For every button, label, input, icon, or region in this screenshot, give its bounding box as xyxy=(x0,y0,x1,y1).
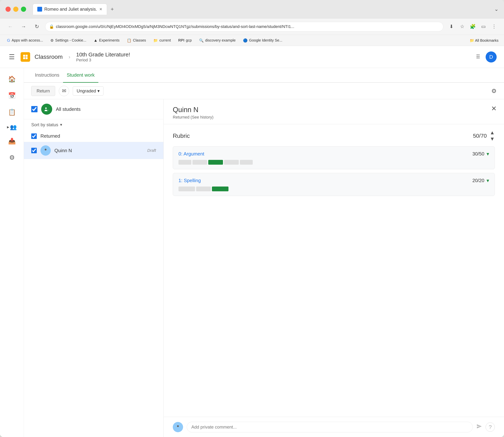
expand-icon: ▶ xyxy=(7,125,9,129)
sidebar-work-button[interactable]: 📋 xyxy=(5,105,19,119)
bookmarks-bar: G Apps with access... ⚙ Settings - Cooki… xyxy=(0,35,504,46)
bookmark-apps[interactable]: G Apps with access... xyxy=(6,37,44,44)
bookmark-settings-icon: ⚙ xyxy=(50,38,54,43)
dropdown-arrow-icon: ▾ xyxy=(97,88,100,94)
comment-user-avatar xyxy=(173,422,183,432)
bookmark-current-icon: 📁 xyxy=(153,38,158,43)
grid-menu-button[interactable]: ⠿ xyxy=(474,52,482,62)
close-window-btn[interactable] xyxy=(6,7,11,12)
course-period: Period 3 xyxy=(76,58,130,62)
rubric-total-score: 50/70 xyxy=(473,133,487,139)
email-button[interactable]: ✉ xyxy=(59,86,69,96)
bar-seg-0-1[interactable] xyxy=(192,160,207,165)
select-all-checkbox[interactable] xyxy=(31,106,38,112)
comment-input[interactable] xyxy=(187,422,473,432)
bookmark-google-identity-label: Google Identity Se... xyxy=(249,38,282,42)
rubric-criterion-1: 1: Spelling 20/20 ▾ xyxy=(173,173,495,196)
comment-area: ? xyxy=(164,417,504,437)
download-btn[interactable]: ⬇ xyxy=(447,22,456,31)
bookmark-discovery[interactable]: 🔍 discovery example xyxy=(198,38,237,43)
student-name-quinn: Quinn N xyxy=(54,148,143,153)
bookmark-gcp[interactable]: RPI gcp xyxy=(177,38,193,43)
criterion-0-bar xyxy=(179,160,489,165)
criterion-1-controls: 20/20 ▾ xyxy=(472,178,489,184)
traffic-lights xyxy=(6,7,26,12)
people-icon: 👥 xyxy=(10,124,17,130)
sort-dropdown-arrow[interactable]: ▾ xyxy=(60,122,62,127)
toolbar-actions: ⬇ ☆ 🧩 ▭ ⋮ xyxy=(447,22,498,31)
bar-seg-0-2[interactable] xyxy=(208,160,223,165)
criterion-1-expand-button[interactable]: ▾ xyxy=(486,178,489,184)
bookmark-settings-label: Settings - Cookie... xyxy=(55,38,86,42)
app-header: ☰ Classroom › 10th Grade Literature! Per… xyxy=(0,46,504,68)
bookmark-btn[interactable]: ☆ xyxy=(458,22,466,31)
settings-button[interactable]: ⚙ xyxy=(491,88,497,94)
returned-section-label: Returned xyxy=(40,133,60,139)
svg-point-6 xyxy=(177,425,179,427)
user-avatar[interactable]: D xyxy=(486,51,497,62)
minimize-window-btn[interactable] xyxy=(13,7,18,12)
criterion-1-bar xyxy=(179,187,489,191)
breadcrumb-separator: › xyxy=(69,54,70,60)
sidebar-people-expand[interactable]: ▶ 👥 xyxy=(6,122,18,132)
bookmark-experiments[interactable]: ▲ Experiments xyxy=(92,37,121,44)
new-tab-button[interactable]: + xyxy=(107,6,118,12)
sidebar-settings-button[interactable]: ⚙ xyxy=(5,150,19,165)
bookmark-google-identity-icon: 🔵 xyxy=(243,38,248,43)
browser-title-bar: Romeo and Juliet analysis. ✕ + ⌄ xyxy=(0,0,504,18)
svg-rect-2 xyxy=(23,57,25,59)
forward-button[interactable]: → xyxy=(19,22,28,31)
bookmark-classes[interactable]: 📋 Classes xyxy=(125,38,147,43)
tab-bar: Romeo and Juliet analysis. ✕ + xyxy=(33,4,491,15)
criterion-0-expand-button[interactable]: ▾ xyxy=(486,151,489,157)
menu-btn[interactable]: ⋮ xyxy=(490,22,498,31)
bar-seg-0-4[interactable] xyxy=(240,160,253,165)
bookmark-current[interactable]: 📁 current xyxy=(152,38,172,43)
app-logo xyxy=(20,52,30,62)
criterion-1-name: 1: Spelling xyxy=(179,178,201,183)
bookmark-settings[interactable]: ⚙ Settings - Cookie... xyxy=(49,38,88,43)
bar-seg-1-0[interactable] xyxy=(179,187,195,191)
bookmark-experiments-label: Experiments xyxy=(99,38,120,42)
bar-seg-1-2[interactable] xyxy=(212,187,229,191)
close-tab-btn[interactable]: ✕ xyxy=(99,7,102,11)
bookmark-google-identity[interactable]: 🔵 Google Identity Se... xyxy=(242,38,284,43)
comment-help-button[interactable]: ? xyxy=(486,422,495,432)
rubric-expand-button[interactable]: ▲▼ xyxy=(490,130,495,142)
student-avatar-quinn xyxy=(40,145,51,156)
bar-seg-0-0[interactable] xyxy=(179,160,191,165)
grade-filter-dropdown[interactable]: Ungraded ▾ xyxy=(73,86,103,96)
fullscreen-window-btn[interactable] xyxy=(21,7,26,12)
svg-rect-0 xyxy=(23,55,25,57)
criterion-0-name: 0: Argument xyxy=(179,151,204,157)
lock-icon: 🔒 xyxy=(49,24,54,29)
return-button[interactable]: Return xyxy=(31,86,55,96)
tab-menu-button[interactable]: ⌄ xyxy=(494,6,498,12)
tab-title: Romeo and Juliet analysis. xyxy=(44,7,97,12)
back-button[interactable]: ← xyxy=(6,22,15,31)
all-bookmarks[interactable]: 📁 All Bookmarks xyxy=(470,38,498,43)
sidebar-upload-button[interactable]: 📤 xyxy=(5,134,19,148)
all-students-label: All students xyxy=(56,106,81,112)
student-row[interactable]: Quinn N Draft xyxy=(24,142,163,159)
hamburger-button[interactable]: ☰ xyxy=(7,52,16,62)
student-checkbox-quinn[interactable] xyxy=(31,148,37,153)
bookmark-discovery-icon: 🔍 xyxy=(199,38,204,43)
extensions-btn[interactable]: 🧩 xyxy=(468,22,477,31)
bar-seg-1-1[interactable] xyxy=(196,187,211,191)
reload-button[interactable]: ↻ xyxy=(32,22,41,31)
url-text: classroom.google.com/u/0/c/NjEyMDI4ODIxM… xyxy=(56,24,440,29)
sidebar-calendar-button[interactable]: 📅 xyxy=(5,88,19,103)
all-students-header: All students xyxy=(24,99,163,119)
tab-student-work[interactable]: Student work xyxy=(63,68,98,83)
comment-send-button[interactable] xyxy=(476,424,482,430)
tab-instructions[interactable]: Instructions xyxy=(31,68,63,83)
address-bar[interactable]: 🔒 classroom.google.com/u/0/c/NjEyMDI4ODI… xyxy=(45,22,443,31)
bar-seg-0-3[interactable] xyxy=(224,160,239,165)
criterion-1-score: 20/20 xyxy=(472,178,484,183)
active-tab[interactable]: Romeo and Juliet analysis. ✕ xyxy=(33,4,107,15)
sidebar-btn[interactable]: ▭ xyxy=(479,22,488,31)
sidebar-home-button[interactable]: 🏠 xyxy=(5,72,19,86)
returned-section-checkbox[interactable] xyxy=(31,133,37,139)
rubric-close-button[interactable]: ✕ xyxy=(491,105,497,112)
